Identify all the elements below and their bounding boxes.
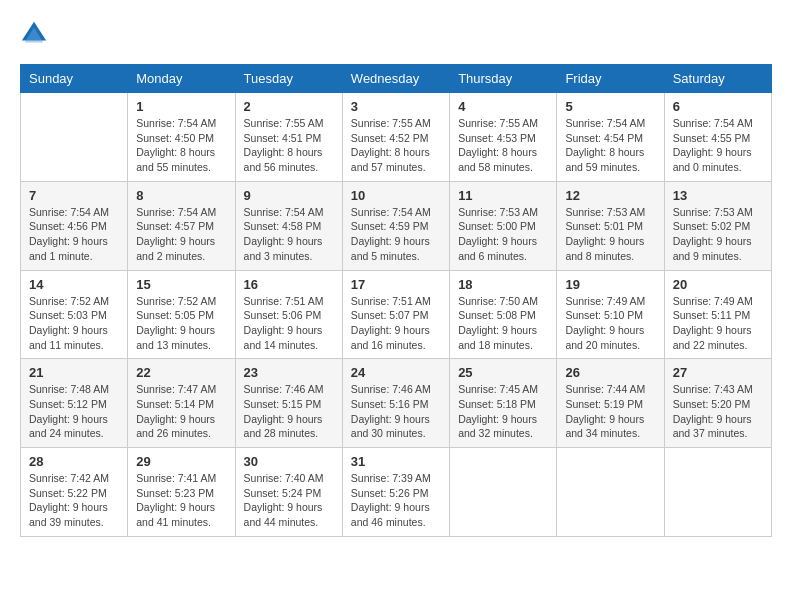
day-info: Sunrise: 7:43 AMSunset: 5:20 PMDaylight:… [673, 382, 763, 441]
day-info: Sunrise: 7:42 AMSunset: 5:22 PMDaylight:… [29, 471, 119, 530]
day-info: Sunrise: 7:49 AMSunset: 5:10 PMDaylight:… [565, 294, 655, 353]
calendar-cell: 27Sunrise: 7:43 AMSunset: 5:20 PMDayligh… [664, 359, 771, 448]
day-info: Sunrise: 7:52 AMSunset: 5:05 PMDaylight:… [136, 294, 226, 353]
calendar-cell: 11Sunrise: 7:53 AMSunset: 5:00 PMDayligh… [450, 181, 557, 270]
week-row-2: 7Sunrise: 7:54 AMSunset: 4:56 PMDaylight… [21, 181, 772, 270]
page-header [20, 20, 772, 48]
day-number: 2 [244, 99, 334, 114]
day-info: Sunrise: 7:54 AMSunset: 4:58 PMDaylight:… [244, 205, 334, 264]
day-number: 10 [351, 188, 441, 203]
day-number: 5 [565, 99, 655, 114]
day-number: 24 [351, 365, 441, 380]
day-info: Sunrise: 7:54 AMSunset: 4:56 PMDaylight:… [29, 205, 119, 264]
header-day-thursday: Thursday [450, 65, 557, 93]
calendar-cell: 31Sunrise: 7:39 AMSunset: 5:26 PMDayligh… [342, 448, 449, 537]
calendar-cell: 24Sunrise: 7:46 AMSunset: 5:16 PMDayligh… [342, 359, 449, 448]
calendar-cell: 13Sunrise: 7:53 AMSunset: 5:02 PMDayligh… [664, 181, 771, 270]
day-number: 22 [136, 365, 226, 380]
day-number: 6 [673, 99, 763, 114]
calendar-cell: 29Sunrise: 7:41 AMSunset: 5:23 PMDayligh… [128, 448, 235, 537]
calendar-cell: 28Sunrise: 7:42 AMSunset: 5:22 PMDayligh… [21, 448, 128, 537]
day-number: 14 [29, 277, 119, 292]
calendar-cell: 23Sunrise: 7:46 AMSunset: 5:15 PMDayligh… [235, 359, 342, 448]
day-info: Sunrise: 7:54 AMSunset: 4:57 PMDaylight:… [136, 205, 226, 264]
calendar-cell [557, 448, 664, 537]
calendar-cell: 2Sunrise: 7:55 AMSunset: 4:51 PMDaylight… [235, 93, 342, 182]
week-row-1: 1Sunrise: 7:54 AMSunset: 4:50 PMDaylight… [21, 93, 772, 182]
week-row-5: 28Sunrise: 7:42 AMSunset: 5:22 PMDayligh… [21, 448, 772, 537]
day-number: 18 [458, 277, 548, 292]
day-info: Sunrise: 7:55 AMSunset: 4:52 PMDaylight:… [351, 116, 441, 175]
calendar-cell: 6Sunrise: 7:54 AMSunset: 4:55 PMDaylight… [664, 93, 771, 182]
header-day-monday: Monday [128, 65, 235, 93]
day-number: 25 [458, 365, 548, 380]
day-number: 27 [673, 365, 763, 380]
header-day-friday: Friday [557, 65, 664, 93]
day-info: Sunrise: 7:54 AMSunset: 4:55 PMDaylight:… [673, 116, 763, 175]
logo [20, 20, 52, 48]
calendar-header: SundayMondayTuesdayWednesdayThursdayFrid… [21, 65, 772, 93]
day-info: Sunrise: 7:53 AMSunset: 5:00 PMDaylight:… [458, 205, 548, 264]
day-number: 9 [244, 188, 334, 203]
calendar-cell: 25Sunrise: 7:45 AMSunset: 5:18 PMDayligh… [450, 359, 557, 448]
day-number: 3 [351, 99, 441, 114]
week-row-4: 21Sunrise: 7:48 AMSunset: 5:12 PMDayligh… [21, 359, 772, 448]
calendar-cell: 5Sunrise: 7:54 AMSunset: 4:54 PMDaylight… [557, 93, 664, 182]
calendar-cell: 16Sunrise: 7:51 AMSunset: 5:06 PMDayligh… [235, 270, 342, 359]
calendar-cell [664, 448, 771, 537]
day-info: Sunrise: 7:49 AMSunset: 5:11 PMDaylight:… [673, 294, 763, 353]
header-row: SundayMondayTuesdayWednesdayThursdayFrid… [21, 65, 772, 93]
calendar-cell: 4Sunrise: 7:55 AMSunset: 4:53 PMDaylight… [450, 93, 557, 182]
calendar-cell: 20Sunrise: 7:49 AMSunset: 5:11 PMDayligh… [664, 270, 771, 359]
calendar-cell [450, 448, 557, 537]
day-info: Sunrise: 7:46 AMSunset: 5:15 PMDaylight:… [244, 382, 334, 441]
calendar-cell: 21Sunrise: 7:48 AMSunset: 5:12 PMDayligh… [21, 359, 128, 448]
day-info: Sunrise: 7:54 AMSunset: 4:50 PMDaylight:… [136, 116, 226, 175]
day-info: Sunrise: 7:54 AMSunset: 4:54 PMDaylight:… [565, 116, 655, 175]
day-number: 29 [136, 454, 226, 469]
calendar-cell: 9Sunrise: 7:54 AMSunset: 4:58 PMDaylight… [235, 181, 342, 270]
calendar-cell: 18Sunrise: 7:50 AMSunset: 5:08 PMDayligh… [450, 270, 557, 359]
calendar-cell [21, 93, 128, 182]
week-row-3: 14Sunrise: 7:52 AMSunset: 5:03 PMDayligh… [21, 270, 772, 359]
calendar-cell: 17Sunrise: 7:51 AMSunset: 5:07 PMDayligh… [342, 270, 449, 359]
day-info: Sunrise: 7:41 AMSunset: 5:23 PMDaylight:… [136, 471, 226, 530]
day-info: Sunrise: 7:52 AMSunset: 5:03 PMDaylight:… [29, 294, 119, 353]
day-info: Sunrise: 7:40 AMSunset: 5:24 PMDaylight:… [244, 471, 334, 530]
day-number: 31 [351, 454, 441, 469]
header-day-wednesday: Wednesday [342, 65, 449, 93]
day-number: 23 [244, 365, 334, 380]
day-number: 7 [29, 188, 119, 203]
day-number: 19 [565, 277, 655, 292]
day-number: 28 [29, 454, 119, 469]
day-number: 17 [351, 277, 441, 292]
day-number: 13 [673, 188, 763, 203]
calendar-cell: 12Sunrise: 7:53 AMSunset: 5:01 PMDayligh… [557, 181, 664, 270]
day-number: 12 [565, 188, 655, 203]
calendar-cell: 26Sunrise: 7:44 AMSunset: 5:19 PMDayligh… [557, 359, 664, 448]
calendar-cell: 10Sunrise: 7:54 AMSunset: 4:59 PMDayligh… [342, 181, 449, 270]
day-info: Sunrise: 7:50 AMSunset: 5:08 PMDaylight:… [458, 294, 548, 353]
day-number: 1 [136, 99, 226, 114]
day-info: Sunrise: 7:51 AMSunset: 5:06 PMDaylight:… [244, 294, 334, 353]
calendar-cell: 3Sunrise: 7:55 AMSunset: 4:52 PMDaylight… [342, 93, 449, 182]
calendar-cell: 15Sunrise: 7:52 AMSunset: 5:05 PMDayligh… [128, 270, 235, 359]
calendar-cell: 22Sunrise: 7:47 AMSunset: 5:14 PMDayligh… [128, 359, 235, 448]
calendar-body: 1Sunrise: 7:54 AMSunset: 4:50 PMDaylight… [21, 93, 772, 537]
day-number: 11 [458, 188, 548, 203]
day-info: Sunrise: 7:53 AMSunset: 5:02 PMDaylight:… [673, 205, 763, 264]
day-info: Sunrise: 7:48 AMSunset: 5:12 PMDaylight:… [29, 382, 119, 441]
day-number: 4 [458, 99, 548, 114]
header-day-tuesday: Tuesday [235, 65, 342, 93]
calendar-table: SundayMondayTuesdayWednesdayThursdayFrid… [20, 64, 772, 537]
calendar-cell: 1Sunrise: 7:54 AMSunset: 4:50 PMDaylight… [128, 93, 235, 182]
day-number: 21 [29, 365, 119, 380]
day-info: Sunrise: 7:39 AMSunset: 5:26 PMDaylight:… [351, 471, 441, 530]
day-number: 20 [673, 277, 763, 292]
day-number: 8 [136, 188, 226, 203]
day-number: 16 [244, 277, 334, 292]
day-info: Sunrise: 7:54 AMSunset: 4:59 PMDaylight:… [351, 205, 441, 264]
calendar-cell: 7Sunrise: 7:54 AMSunset: 4:56 PMDaylight… [21, 181, 128, 270]
day-info: Sunrise: 7:53 AMSunset: 5:01 PMDaylight:… [565, 205, 655, 264]
day-info: Sunrise: 7:47 AMSunset: 5:14 PMDaylight:… [136, 382, 226, 441]
